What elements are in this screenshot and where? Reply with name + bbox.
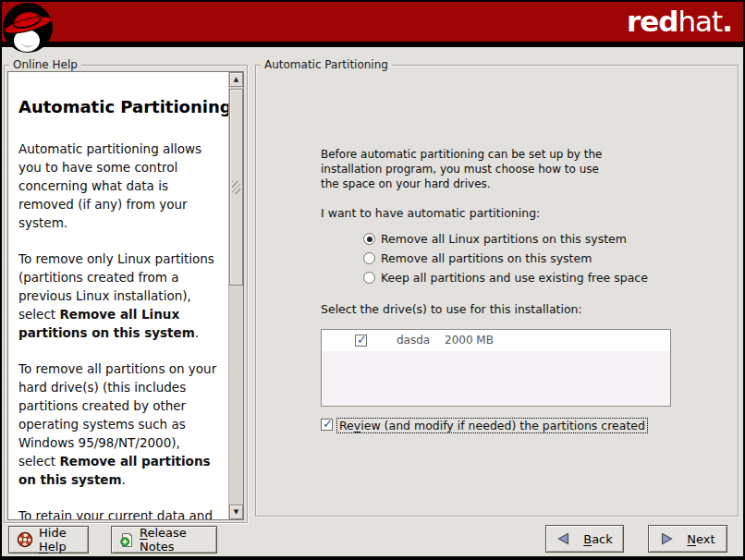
help-content: Automatic Partitioning Automatic partiti… — [8, 72, 228, 519]
radio-option[interactable]: Remove all Linux partitions on this syst… — [363, 229, 648, 249]
drive-size-label: 2000 MB — [445, 334, 494, 347]
help-paragraphs: Automatic partitioning allowsyou to have… — [18, 140, 226, 519]
release-notes-page-icon — [119, 532, 134, 548]
help-scrollbar[interactable]: ▲ ▼ — [228, 72, 243, 519]
drive-table-body: dasda2000 MB — [322, 330, 670, 351]
review-partitions-checkbox-row[interactable]: Review (and modify if needed) the partit… — [321, 418, 648, 433]
online-help-frame-label: Online Help — [9, 58, 81, 71]
review-checkbox[interactable] — [321, 419, 333, 431]
radio-unselected-icon[interactable] — [363, 252, 375, 264]
drive-device-label: dasda — [397, 334, 430, 347]
radio-option[interactable]: Remove all partitions on this system — [363, 249, 648, 268]
review-checkbox-label: Review (and modify if needed) the partit… — [336, 418, 648, 433]
hide-help-label: Hide Help — [39, 526, 80, 554]
arrow-right-icon — [660, 531, 674, 546]
brand-hat: hat — [678, 5, 722, 38]
help-paragraph: To remove all partitions on yourhard dri… — [18, 359, 226, 489]
help-paragraph: To remove only Linux partitions(partitio… — [18, 250, 226, 342]
release-notes-label: Release Notes — [140, 526, 209, 554]
scrollbar-grip — [232, 181, 240, 194]
arrow-down-icon: ▼ — [234, 508, 238, 516]
life-preserver-icon — [17, 531, 33, 548]
radio-option-label: Remove all partitions on this system — [381, 251, 592, 265]
next-label: Next — [687, 532, 714, 546]
brand-period: . — [722, 5, 732, 38]
radio-option[interactable]: Keep all partitions and use existing fre… — [363, 268, 648, 287]
main-frame: Automatic Partitioning — [255, 65, 739, 517]
help-paragraph: To retain your current data and — [18, 506, 226, 519]
drive-table[interactable]: dasda2000 MB — [321, 329, 671, 407]
back-button[interactable]: Back — [545, 525, 624, 553]
redhat-shadowman-logo-icon — [2, 2, 55, 55]
drive-select-prompt: Select the drive(s) to use for this inst… — [321, 302, 582, 316]
next-button[interactable]: Next — [648, 525, 727, 553]
help-title: Automatic Partitioning — [18, 96, 226, 117]
hide-help-button[interactable]: Hide Help — [8, 526, 89, 554]
installer-window: redhat. Online Help Automatic Partitioni… — [0, 0, 745, 560]
intro-text: Before automatic partitioning can be set… — [321, 147, 602, 191]
main-frame-label: Automatic Partitioning — [261, 58, 392, 71]
release-notes-button[interactable]: Release Notes — [111, 526, 217, 554]
brand-red: red — [627, 5, 678, 38]
scrollbar-down-button[interactable]: ▼ — [229, 505, 243, 519]
back-label: Back — [583, 532, 613, 546]
drive-table-row[interactable]: dasda2000 MB — [322, 330, 670, 351]
radio-selected-icon[interactable] — [363, 233, 375, 245]
radio-group: Remove all Linux partitions on this syst… — [363, 229, 648, 287]
scrollbar-thumb[interactable] — [229, 89, 243, 286]
radio-option-label: Remove all Linux partitions on this syst… — [381, 232, 627, 246]
help-viewport[interactable]: Automatic Partitioning Automatic partiti… — [7, 71, 244, 520]
redhat-wordmark: redhat. — [627, 6, 732, 37]
scrollbar-up-button[interactable]: ▲ — [229, 72, 243, 87]
help-paragraph: Automatic partitioning allowsyou to have… — [18, 140, 226, 232]
drive-checkbox[interactable] — [355, 335, 367, 347]
radio-unselected-icon[interactable] — [363, 272, 375, 284]
radio-option-label: Keep all partitions and use existing fre… — [381, 271, 648, 285]
arrow-left-icon — [556, 531, 570, 546]
arrow-up-icon: ▲ — [234, 76, 238, 83]
radio-group-prompt: I want to have automatic partitioning: — [321, 206, 540, 220]
